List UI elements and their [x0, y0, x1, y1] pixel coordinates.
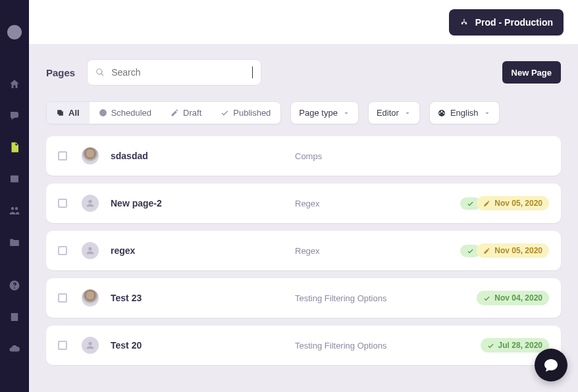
tab-draft-label: Draft [183, 108, 201, 118]
page-name: Test 20 [111, 340, 295, 351]
author-avatar [82, 195, 99, 212]
status-badges: Nov 05, 2020 [460, 196, 549, 210]
search-box[interactable] [87, 59, 261, 86]
blog-icon[interactable] [8, 109, 21, 122]
page-row[interactable]: New page-2RegexNov 05, 2020 [46, 184, 561, 223]
published-date-badge: Jul 28, 2020 [481, 338, 549, 353]
chevron-down-icon [483, 109, 491, 117]
users-icon[interactable] [8, 204, 21, 217]
docs-icon[interactable] [8, 310, 21, 324]
row-checkbox[interactable] [58, 199, 67, 208]
page-name: sdasdad [111, 151, 295, 161]
row-checkbox[interactable] [58, 341, 67, 350]
author-avatar [82, 147, 99, 164]
tab-all[interactable]: All [47, 102, 90, 124]
draft-date-badge: Nov 05, 2020 [477, 196, 549, 210]
author-avatar [82, 289, 99, 306]
row-checkbox[interactable] [58, 246, 67, 255]
status-tabs: All Scheduled Draft Published [46, 101, 281, 124]
page-type: Regex [295, 199, 460, 208]
check-icon [221, 109, 229, 117]
stack-icon [56, 109, 65, 117]
page-name: regex [111, 245, 295, 256]
pencil-icon [171, 109, 179, 117]
globe-icon [438, 109, 446, 117]
environment-label: Prod - Production [475, 17, 553, 28]
page-row[interactable]: regexRegexNov 05, 2020 [46, 231, 561, 270]
page-type-label: Page type [299, 108, 338, 118]
page-name: Test 23 [111, 293, 295, 303]
tab-published[interactable]: Published [211, 102, 280, 124]
draft-date-badge: Nov 05, 2020 [477, 243, 549, 258]
row-checkbox[interactable] [58, 293, 67, 303]
chevron-down-icon [404, 109, 411, 117]
cloud-icon[interactable] [8, 342, 21, 355]
tab-all-label: All [68, 108, 80, 118]
chat-icon [543, 357, 559, 373]
status-badges: Nov 05, 2020 [460, 243, 549, 258]
page-title: Pages [46, 67, 75, 78]
topbar: Prod - Production [29, 0, 578, 45]
page-type: Testing Filtering Options [295, 293, 477, 303]
sidebar [0, 0, 29, 392]
pages-icon[interactable] [8, 141, 21, 154]
page-list: sdasdadCompsNew page-2RegexNov 05, 2020r… [29, 136, 578, 385]
main-area: Prod - Production Pages New Page All Sch… [29, 0, 578, 392]
page-type-filter[interactable]: Page type [290, 101, 359, 124]
help-icon[interactable] [8, 279, 21, 292]
tab-scheduled-label: Scheduled [111, 108, 151, 118]
row-checkbox[interactable] [58, 151, 67, 160]
header-row: Pages New Page [29, 45, 578, 95]
page-row[interactable]: sdasdadComps [46, 136, 561, 176]
author-avatar [82, 242, 99, 259]
tab-draft[interactable]: Draft [161, 102, 211, 124]
language-label: English [450, 108, 479, 118]
page-row[interactable]: Test 23Testing Filtering OptionsNov 04, … [46, 278, 561, 318]
user-avatar[interactable] [7, 25, 22, 39]
published-date-badge: Nov 04, 2020 [477, 291, 549, 305]
new-page-button[interactable]: New Page [502, 61, 561, 84]
environment-selector[interactable]: Prod - Production [449, 9, 564, 36]
status-badges: Jul 28, 2020 [481, 338, 549, 353]
text-caret [252, 66, 253, 78]
tab-published-label: Published [233, 108, 271, 118]
sitemap-icon [460, 18, 469, 27]
home-icon[interactable] [8, 78, 21, 91]
page-type: Testing Filtering Options [295, 341, 481, 351]
tab-scheduled[interactable]: Scheduled [90, 102, 161, 124]
editor-label: Editor [377, 108, 399, 118]
chevron-down-icon [342, 109, 350, 117]
search-icon [95, 67, 105, 78]
author-avatar [82, 337, 99, 354]
clock-icon [99, 109, 107, 117]
language-filter[interactable]: English [429, 101, 500, 124]
chat-launcher[interactable] [535, 349, 567, 381]
page-type: Regex [295, 246, 460, 256]
folder-icon[interactable] [8, 235, 21, 249]
editor-filter[interactable]: Editor [368, 101, 420, 124]
page-type: Comps [295, 151, 549, 161]
status-badges: Nov 04, 2020 [477, 291, 549, 305]
search-input[interactable] [111, 67, 248, 78]
media-icon[interactable] [8, 172, 21, 185]
page-row[interactable]: Test 20Testing Filtering OptionsJul 28, … [46, 326, 561, 365]
page-name: New page-2 [111, 198, 295, 208]
filter-row: All Scheduled Draft Published Page type [29, 95, 578, 136]
